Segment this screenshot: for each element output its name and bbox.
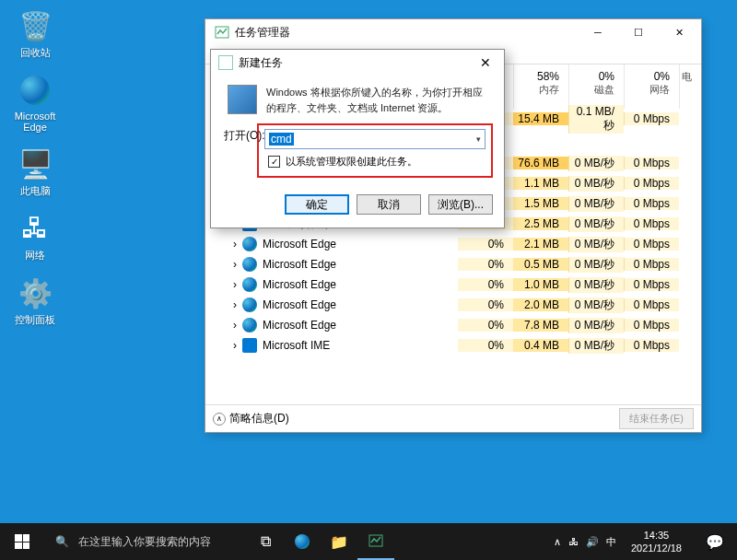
checkbox-checked-icon: ✓ xyxy=(268,156,280,168)
cell-memory: 1.0 MB xyxy=(513,278,568,291)
cell-network: 0 Mbps xyxy=(624,238,679,251)
cell-cpu: 0% xyxy=(458,319,513,332)
tray-network-icon[interactable]: 🖧 xyxy=(568,536,579,547)
cell-disk: 0 MB/秒 xyxy=(568,176,624,192)
notification-button[interactable]: 💬 xyxy=(696,533,733,551)
cell-memory: 76.6 MB xyxy=(513,157,568,169)
search-icon: 🔍 xyxy=(55,535,69,548)
annotation-highlight: cmd ▾ ✓ 以系统管理权限创建此任务。 xyxy=(257,123,493,178)
admin-checkbox-row[interactable]: ✓ 以系统管理权限创建此任务。 xyxy=(264,155,485,169)
end-task-button[interactable]: 结束任务(E) xyxy=(619,408,694,429)
dialog-button-row: 确定 取消 浏览(B)... xyxy=(211,187,504,224)
chevron-up-icon: ∧ xyxy=(213,413,226,426)
process-icon xyxy=(242,298,257,312)
start-button[interactable] xyxy=(0,523,44,560)
browse-button[interactable]: 浏览(B)... xyxy=(428,194,493,215)
cell-network: 0 Mbps xyxy=(624,339,679,352)
cancel-button[interactable]: 取消 xyxy=(357,194,421,215)
cell-network: 0 Mbps xyxy=(624,157,679,169)
taskbar: 🔍 在这里输入你要搜索的内容 ⧉ 📁 ∧ 🖧 🔊 中 14:35 2021/12… xyxy=(0,523,737,560)
cell-network: 0 Mbps xyxy=(624,197,679,210)
cell-cpu: 0% xyxy=(458,339,513,352)
process-icon xyxy=(242,277,257,292)
column-headers: 58%内存 0%磁盘 0%网络 电 xyxy=(513,64,701,109)
edge-icon xyxy=(17,72,53,109)
tray-volume-icon[interactable]: 🔊 xyxy=(586,536,599,548)
col-power[interactable]: 电 xyxy=(679,64,701,109)
taskbar-explorer-button[interactable]: 📁 xyxy=(321,523,357,560)
cell-network: 0 Mbps xyxy=(624,298,679,311)
open-value: cmd xyxy=(269,133,294,146)
dialog-close-button[interactable]: ✕ xyxy=(471,52,500,74)
ok-button[interactable]: 确定 xyxy=(285,194,349,215)
new-task-titlebar[interactable]: 新建任务 ✕ xyxy=(211,50,504,76)
process-icon xyxy=(242,338,257,353)
cell-network: 0 Mbps xyxy=(624,217,679,230)
search-placeholder: 在这里输入你要搜索的内容 xyxy=(78,534,211,550)
taskbar-clock[interactable]: 14:35 2021/12/18 xyxy=(624,529,689,555)
process-name: Microsoft Edge xyxy=(263,298,336,311)
taskbar-edge-button[interactable] xyxy=(284,523,321,560)
cell-cpu: 0% xyxy=(458,278,513,291)
new-task-dialog: 新建任务 ✕ Windows 将根据你所键入的名称，为你打开相应的程序、文件夹、… xyxy=(210,49,505,228)
cell-network: 0 Mbps xyxy=(624,319,679,332)
process-row[interactable]: ›Microsoft Edge0%1.0 MB0 MB/秒0 Mbps xyxy=(205,274,701,295)
windows-logo-icon xyxy=(15,534,29,549)
desktop-icon-control[interactable]: ⚙️ 控制面板 xyxy=(7,274,63,327)
process-name: Microsoft Edge xyxy=(263,319,336,332)
admin-label: 以系统管理权限创建此任务。 xyxy=(286,155,417,169)
network-icon: 🖧 xyxy=(17,210,53,247)
process-name: Microsoft Edge xyxy=(263,238,336,251)
cell-network: 0 Mbps xyxy=(624,112,679,125)
col-network[interactable]: 0%网络 xyxy=(624,64,679,109)
this-pc-icon: 🖥️ xyxy=(17,146,53,182)
cell-disk: 0 MB/秒 xyxy=(568,298,624,313)
cell-disk: 0 MB/秒 xyxy=(568,237,624,252)
process-icon xyxy=(242,257,257,272)
close-button[interactable]: ✕ xyxy=(659,19,699,45)
desktop-icon-edge[interactable]: Microsoft Edge xyxy=(7,72,63,133)
minimize-button[interactable]: ─ xyxy=(578,19,618,45)
tray-chevron-icon[interactable]: ∧ xyxy=(554,536,561,548)
task-view-button[interactable]: ⧉ xyxy=(247,523,284,560)
desktop-icon-recycle[interactable]: 🗑️ 回收站 xyxy=(7,7,63,60)
cell-disk: 0 MB/秒 xyxy=(568,257,624,273)
run-command-icon xyxy=(228,85,257,114)
open-label: 打开(O): xyxy=(224,128,265,144)
col-disk[interactable]: 0%磁盘 xyxy=(568,64,624,109)
cell-memory: 0.4 MB xyxy=(513,339,568,352)
search-box[interactable]: 🔍 在这里输入你要搜索的内容 xyxy=(44,523,247,560)
cell-memory: 0.5 MB xyxy=(513,258,568,271)
process-row[interactable]: ›Microsoft Edge0%0.5 MB0 MB/秒0 Mbps xyxy=(205,254,701,274)
cell-disk: 0 MB/秒 xyxy=(568,156,624,171)
cell-memory: 1.1 MB xyxy=(513,177,568,190)
dialog-description-row: Windows 将根据你所键入的名称，为你打开相应的程序、文件夹、文档或 Int… xyxy=(224,85,491,115)
new-task-title: 新建任务 xyxy=(239,55,471,71)
chevron-down-icon: ▾ xyxy=(476,134,481,144)
process-icon xyxy=(242,318,257,332)
desktop-icon-network[interactable]: 🖧 网络 xyxy=(7,210,63,262)
taskbar-taskmgr-button[interactable] xyxy=(357,523,394,560)
cell-memory: 7.8 MB xyxy=(513,319,568,332)
dialog-description: Windows 将根据你所键入的名称，为你打开相应的程序、文件夹、文档或 Int… xyxy=(266,85,491,115)
tray-ime-icon[interactable]: 中 xyxy=(606,535,616,549)
desktop-icon-thispc[interactable]: 🖥️ 此电脑 xyxy=(7,146,63,198)
col-memory[interactable]: 58%内存 xyxy=(513,64,568,109)
process-name: Microsoft IME xyxy=(263,339,330,352)
task-manager-title: 任务管理器 xyxy=(235,25,578,41)
maximize-button[interactable]: ☐ xyxy=(618,19,659,45)
cell-memory: 2.5 MB xyxy=(513,217,568,230)
process-row[interactable]: ›Microsoft IME0%0.4 MB0 MB/秒0 Mbps xyxy=(205,335,701,356)
task-manager-titlebar[interactable]: 任务管理器 ─ ☐ ✕ xyxy=(205,19,701,45)
task-manager-footer: ∧ 简略信息(D) 结束任务(E) xyxy=(205,404,701,432)
task-manager-icon xyxy=(368,533,383,548)
cell-disk: 0 MB/秒 xyxy=(568,277,624,293)
run-dialog-icon xyxy=(218,55,233,70)
process-row[interactable]: ›Microsoft Edge0%2.1 MB0 MB/秒0 Mbps xyxy=(205,234,701,254)
process-row[interactable]: ›Microsoft Edge0%2.0 MB0 MB/秒0 Mbps xyxy=(205,295,701,315)
process-row[interactable]: ›Microsoft Edge0%7.8 MB0 MB/秒0 Mbps xyxy=(205,315,701,335)
system-tray: ∧ 🖧 🔊 中 14:35 2021/12/18 💬 xyxy=(554,529,737,555)
open-combobox[interactable]: cmd ▾ xyxy=(264,129,485,149)
fewer-details-button[interactable]: ∧ 简略信息(D) xyxy=(213,411,289,426)
cell-disk: 0 MB/秒 xyxy=(568,216,624,232)
